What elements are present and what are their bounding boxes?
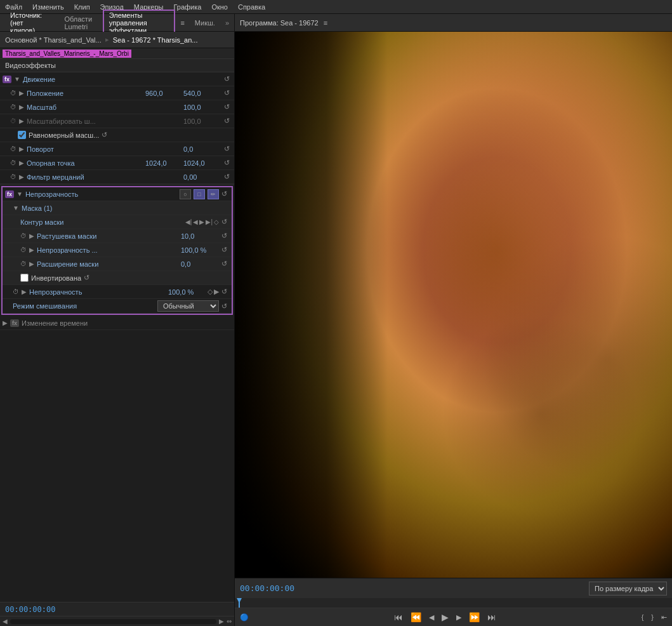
contour-next-keyframe[interactable]: ▶|	[206, 218, 213, 225]
inverted-reset-icon[interactable]: ↺	[81, 274, 91, 282]
contour-keyframe-icon[interactable]: ◇	[214, 218, 219, 225]
seq-tab2[interactable]: Sea - 19672 * Tharsis_an...	[113, 36, 198, 44]
scale-value[interactable]: 100,0	[183, 103, 221, 111]
blend-dropdown[interactable]: Обычный Растворение Умножение	[157, 300, 219, 312]
feather-reset-icon[interactable]: ↺	[219, 232, 229, 240]
mask-opacity-value[interactable]: 100,0 %	[181, 246, 219, 254]
uniform-scale-checkbox[interactable]	[18, 131, 26, 139]
scale-uniform-chevron[interactable]: ▶	[19, 117, 24, 124]
program-scrubber[interactable]	[235, 598, 672, 608]
program-rewind-btn[interactable]: ⏪	[411, 612, 421, 622]
mask-header-row[interactable]: ▼ Маска (1)	[3, 201, 232, 215]
rotation-value[interactable]: 0,0	[183, 145, 221, 153]
contour-add-keyframe[interactable]: ◀|	[185, 218, 192, 225]
menu-help[interactable]: Справка	[238, 3, 265, 11]
expand-icon[interactable]: »	[225, 19, 229, 27]
ellipse-mask-button[interactable]: ○	[180, 189, 191, 199]
program-ffwd-btn[interactable]: ⏩	[469, 612, 480, 622]
scroll-right-icon[interactable]: ▶	[219, 618, 224, 625]
expand-reset-icon[interactable]: ↺	[219, 260, 229, 268]
lumetri-tab[interactable]: Области Lumetri	[59, 14, 97, 32]
rotation-chevron[interactable]: ▶	[19, 145, 24, 152]
inverted-checkbox[interactable]	[20, 274, 29, 282]
seq-tab1[interactable]: Основной * Tharsis_and_Val...	[5, 36, 102, 44]
rotation-reset-icon[interactable]: ↺	[221, 145, 232, 153]
scale-stopwatch-icon[interactable]: ⏱	[10, 103, 16, 110]
opacity-value-row[interactable]: ⏱ ▶ Непрозрачность 100,0 % ◇ ▶ ↺	[3, 285, 232, 299]
menu-graphics[interactable]: Графика	[173, 3, 201, 11]
blend-reset-icon[interactable]: ↺	[219, 302, 229, 310]
position-stopwatch-icon[interactable]: ⏱	[10, 90, 16, 97]
program-go-in-btn[interactable]: ⇤	[661, 613, 667, 622]
program-menu-icon[interactable]: ≡	[324, 19, 327, 27]
mask-opacity-row[interactable]: ⏱ ▶ Непрозрачность ... 100,0 % ↺	[3, 243, 232, 257]
fit-width-icon[interactable]: ⇔	[227, 618, 232, 625]
time-remap-chevron[interactable]: ▶	[3, 319, 8, 326]
program-step-fwd-btn[interactable]: ▶	[456, 613, 461, 622]
program-play-btn[interactable]: ▶	[442, 612, 449, 622]
scale-uniform-reset-icon[interactable]: ↺	[221, 117, 232, 125]
menu-window[interactable]: Окно	[211, 3, 228, 11]
mixer-tab[interactable]: Микш.	[190, 18, 220, 28]
flicker-value[interactable]: 0,00	[183, 173, 221, 181]
program-mark-out-btn[interactable]: }	[651, 613, 654, 621]
opacity-stopwatch-icon[interactable]: ⏱	[13, 288, 19, 295]
rotation-stopwatch-icon[interactable]: ⏱	[10, 145, 16, 152]
program-timecode[interactable]: 00:00:00:00	[240, 583, 294, 593]
pen-mask-button[interactable]: ✏	[208, 189, 219, 199]
opacity-header-row[interactable]: fx ▼ Непрозрачность ○ □ ✏ ↺	[3, 187, 232, 201]
effects-scrollbar[interactable]	[10, 619, 216, 624]
scale-chevron[interactable]: ▶	[19, 103, 24, 110]
motion-chevron[interactable]: ▼	[14, 76, 20, 83]
opacity-keyframe-btn[interactable]: ◇	[208, 288, 213, 296]
expand-row[interactable]: ⏱ ▶ Расширение маски 0,0 ↺	[3, 257, 232, 271]
flicker-reset-icon[interactable]: ↺	[221, 173, 232, 181]
program-step-back-btn[interactable]: ◀	[429, 613, 434, 622]
position-row[interactable]: ⏱ ▶ Положение 960,0 540,0 ↺	[0, 86, 234, 100]
scale-reset-icon[interactable]: ↺	[221, 103, 232, 111]
anchor-y-value[interactable]: 1024,0	[183, 159, 221, 167]
expand-stopwatch-icon[interactable]: ⏱	[20, 260, 27, 267]
anchor-x-value[interactable]: 1024,0	[145, 159, 183, 167]
position-x-value[interactable]: 960,0	[145, 90, 183, 97]
expand-value[interactable]: 0,0	[181, 260, 219, 268]
opacity-reset-icon[interactable]: ↺	[219, 190, 229, 198]
opacity-value-chevron[interactable]: ▶	[22, 288, 27, 295]
opacity-value[interactable]: 100,0 %	[168, 288, 206, 296]
fit-dropdown[interactable]: По размеру кадра 25% 50% 75% 100%	[589, 582, 667, 596]
program-skip-fwd-btn[interactable]: ⏭	[487, 612, 496, 622]
position-chevron[interactable]: ▶	[19, 90, 24, 97]
inverted-checkbox-label[interactable]: Инвертирована	[20, 274, 81, 282]
motion-header-row[interactable]: fx ▼ Движение ↺	[0, 72, 234, 86]
scroll-left-icon[interactable]: ◀	[3, 618, 8, 625]
mask-opacity-reset-icon[interactable]: ↺	[219, 246, 229, 254]
anchor-reset-icon[interactable]: ↺	[221, 159, 232, 167]
program-mark-in-btn[interactable]: {	[642, 613, 644, 621]
feather-value[interactable]: 10,0	[181, 232, 219, 240]
motion-reset-icon[interactable]: ↺	[221, 75, 232, 83]
program-skip-back-btn[interactable]: ⏮	[394, 612, 403, 622]
contour-play-btn[interactable]: ▶	[199, 218, 204, 225]
uniform-reset-icon[interactable]: ↺	[99, 131, 109, 139]
position-y-value[interactable]: 540,0	[183, 90, 221, 97]
mask-opacity-chevron[interactable]: ▶	[29, 246, 34, 253]
contour-prev-keyframe[interactable]: ◀	[193, 218, 198, 225]
anchor-chevron[interactable]: ▶	[19, 159, 24, 166]
time-remap-row[interactable]: ▶ fx Изменение времени	[0, 316, 234, 330]
rect-mask-button[interactable]: □	[194, 189, 205, 199]
menu-clip[interactable]: Клип	[74, 3, 90, 11]
rotation-row[interactable]: ⏱ ▶ Поворот 0,0 ↺	[0, 142, 234, 156]
program-transport-extra1[interactable]: 🔵	[240, 613, 249, 622]
mask-opacity-stopwatch-icon[interactable]: ⏱	[20, 246, 27, 253]
scale-row[interactable]: ⏱ ▶ Масштаб 100,0 ↺	[0, 100, 234, 114]
opacity-value-reset-icon[interactable]: ↺	[219, 288, 229, 296]
anchor-row[interactable]: ⏱ ▶ Опорная точка 1024,0 1024,0 ↺	[0, 156, 234, 170]
flicker-row[interactable]: ⏱ ▶ Фильтр мерцаний 0,00 ↺	[0, 170, 234, 184]
effects-menu-icon[interactable]: ≡	[180, 19, 184, 27]
opacity-chevron[interactable]: ▼	[16, 190, 23, 197]
uniform-scale-checkbox-label[interactable]: Равномерный масш...	[18, 131, 99, 139]
flicker-stopwatch-icon[interactable]: ⏱	[10, 173, 16, 180]
expand-chevron[interactable]: ▶	[29, 260, 34, 267]
feather-chevron[interactable]: ▶	[29, 232, 34, 239]
feather-stopwatch-icon[interactable]: ⏱	[20, 232, 27, 239]
